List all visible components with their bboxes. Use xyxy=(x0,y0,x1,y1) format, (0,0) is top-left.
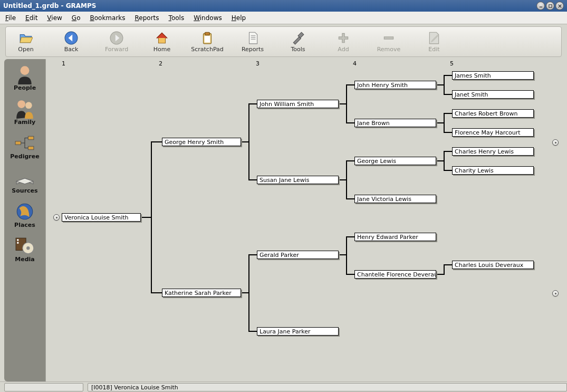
svg-rect-6 xyxy=(384,36,393,39)
person-g5a[interactable]: James Smith xyxy=(452,71,534,80)
status-text: [I0018] Veronica Louise Smith xyxy=(88,383,567,391)
expand-left-button[interactable] xyxy=(53,214,60,221)
home-label: Home xyxy=(153,46,170,53)
sidebar-pedigree-label: Pedigree xyxy=(10,153,39,160)
plus-icon xyxy=(337,31,350,45)
person-g4c[interactable]: George Lewis xyxy=(354,157,436,165)
svg-point-18 xyxy=(26,246,30,250)
sidebar-item-family[interactable]: Family xyxy=(4,97,45,128)
sidebar-sources-label: Sources xyxy=(12,187,37,194)
menu-edit[interactable]: Edit xyxy=(25,14,37,22)
arrow-right-icon xyxy=(110,31,123,45)
svg-rect-12 xyxy=(28,146,34,149)
sidebar-item-places[interactable]: Places xyxy=(4,199,45,231)
scratchpad-label: ScratchPad xyxy=(191,46,224,53)
menu-help[interactable]: Help xyxy=(232,14,246,22)
person-g5c[interactable]: Charles Robert Brown xyxy=(452,109,534,118)
back-button[interactable]: Back xyxy=(57,31,85,53)
menu-tools[interactable]: Tools xyxy=(169,14,185,22)
sidebar-item-sources[interactable]: Sources xyxy=(4,165,45,196)
open-button[interactable]: Open xyxy=(12,31,40,53)
remove-button: Remove xyxy=(375,31,402,53)
tools-icon xyxy=(291,31,305,45)
svg-point-8 xyxy=(17,100,25,108)
svg-point-9 xyxy=(25,102,32,109)
person-g3a[interactable]: John William Smith xyxy=(257,100,339,108)
expand-right-upper-button[interactable] xyxy=(552,139,559,146)
remove-label: Remove xyxy=(377,46,401,53)
gen-header-3: 3 xyxy=(256,60,260,67)
svg-rect-4 xyxy=(205,32,210,35)
svg-rect-10 xyxy=(15,141,21,145)
menu-bar: File Edit View Go Bookmarks Reports Tool… xyxy=(0,12,567,24)
tree-icon xyxy=(13,133,36,153)
gen-header-2: 2 xyxy=(159,60,162,67)
media-icon xyxy=(13,236,36,256)
main-area: People Family Pedigree Sources Places xyxy=(0,59,567,381)
svg-rect-16 xyxy=(17,242,18,244)
sidebar-item-people[interactable]: People xyxy=(4,62,45,93)
svg-rect-11 xyxy=(28,136,34,139)
sidebar-people-label: People xyxy=(14,84,36,91)
person-g4d[interactable]: Jane Victoria Lewis xyxy=(354,195,436,203)
add-label: Add xyxy=(338,46,349,53)
menu-windows[interactable]: Windows xyxy=(194,14,222,22)
person-root[interactable]: Veronica Louise Smith xyxy=(62,213,141,222)
tools-button[interactable]: Tools xyxy=(284,31,312,53)
svg-point-7 xyxy=(21,66,30,75)
svg-rect-5 xyxy=(205,35,210,42)
person-g5d[interactable]: Florence May Harcourt xyxy=(452,128,534,137)
window-minimize-icon[interactable] xyxy=(536,2,545,10)
pedigree-canvas[interactable]: 1 2 3 4 5 xyxy=(45,59,563,381)
menu-file[interactable]: File xyxy=(5,14,16,22)
person-g5b[interactable]: Janet Smith xyxy=(452,90,534,99)
family-icon xyxy=(13,99,36,119)
svg-rect-15 xyxy=(17,239,18,241)
sidebar-places-label: Places xyxy=(14,222,35,228)
person-g3b[interactable]: Susan Jane Lewis xyxy=(257,176,339,184)
svg-rect-0 xyxy=(549,4,551,7)
person-g5e[interactable]: Charles Henry Lewis xyxy=(452,147,534,156)
gen-header-4: 4 xyxy=(353,60,357,67)
person-g5f[interactable]: Charity Lewis xyxy=(452,166,534,175)
sidebar-item-media[interactable]: Media xyxy=(4,234,45,265)
expand-right-lower-button[interactable] xyxy=(552,290,559,297)
person-g2a[interactable]: George Henry Smith xyxy=(162,138,241,146)
globe-icon xyxy=(13,202,36,222)
home-button[interactable]: Home xyxy=(148,31,176,53)
person-g3d[interactable]: Laura Jane Parker xyxy=(257,327,339,336)
window-title: Untitled_1.grdb - GRAMPS xyxy=(3,2,536,9)
folder-open-icon xyxy=(19,31,33,45)
pencil-icon xyxy=(427,31,441,45)
menu-bookmarks[interactable]: Bookmarks xyxy=(90,14,125,22)
window-close-icon[interactable] xyxy=(555,2,564,10)
menu-view[interactable]: View xyxy=(47,14,62,22)
person-g4f[interactable]: Chantelle Florence Deveraux xyxy=(354,270,436,279)
menu-reports[interactable]: Reports xyxy=(135,14,159,22)
person-g4a[interactable]: John Henry Smith xyxy=(354,81,436,89)
person-icon xyxy=(13,64,36,84)
minus-icon xyxy=(382,31,396,45)
person-g3c[interactable]: Gerald Parker xyxy=(257,251,339,259)
reports-button[interactable]: Reports xyxy=(239,31,266,53)
person-g4b[interactable]: Jane Brown xyxy=(354,119,436,127)
forward-label: Forward xyxy=(105,46,128,53)
person-g2b[interactable]: Katherine Sarah Parker xyxy=(162,289,241,297)
gen-header-5: 5 xyxy=(450,60,454,67)
open-label: Open xyxy=(18,46,33,53)
title-bar: Untitled_1.grdb - GRAMPS xyxy=(0,0,567,12)
book-icon xyxy=(13,167,36,187)
forward-button: Forward xyxy=(103,31,130,53)
edit-button: Edit xyxy=(420,31,448,53)
menu-go[interactable]: Go xyxy=(72,14,81,22)
person-g4e[interactable]: Henry Edward Parker xyxy=(354,233,436,241)
edit-label: Edit xyxy=(428,46,439,53)
window-maximize-icon[interactable] xyxy=(546,2,554,10)
scratchpad-button[interactable]: ScratchPad xyxy=(194,31,221,53)
sidebar-media-label: Media xyxy=(15,256,34,263)
person-g5g[interactable]: Charles Louis Deveraux xyxy=(452,261,534,269)
reports-label: Reports xyxy=(242,46,264,53)
arrow-left-icon xyxy=(64,31,78,45)
sidebar-item-pedigree[interactable]: Pedigree xyxy=(4,131,45,162)
back-label: Back xyxy=(64,46,79,53)
